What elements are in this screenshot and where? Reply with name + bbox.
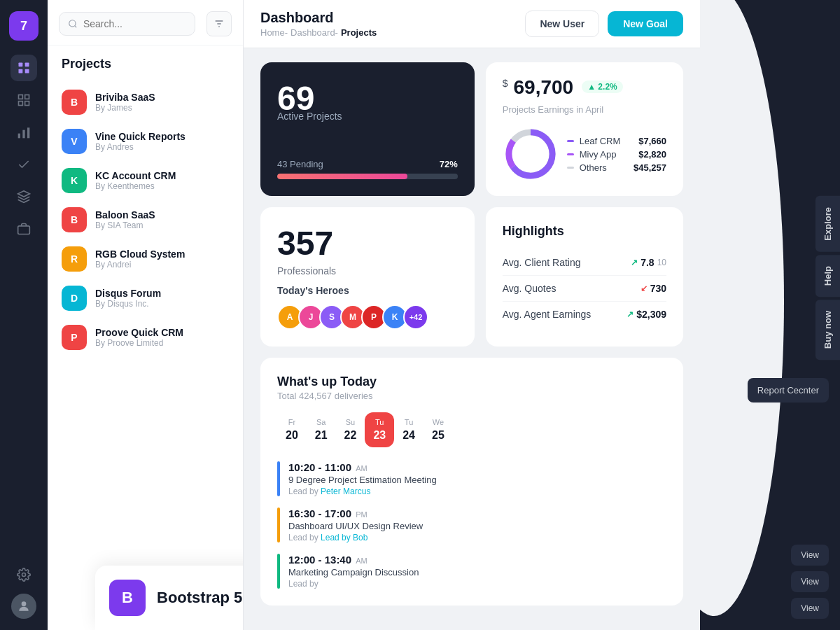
project-item[interactable]: V Vine Quick Reports By Andres <box>56 122 234 161</box>
calendar-day[interactable]: Tu 24 <box>394 412 424 447</box>
user-avatar[interactable] <box>11 594 36 619</box>
svg-point-14 <box>22 601 27 606</box>
event-name: 9 Degree Project Estimation Meeting <box>288 475 666 485</box>
new-goal-button[interactable]: New Goal <box>608 11 683 36</box>
day-num: 20 <box>286 429 298 442</box>
svg-rect-9 <box>22 130 24 139</box>
calendar-day[interactable]: Su 22 <box>336 412 365 447</box>
highlight-label: Avg. Quotes <box>503 283 556 294</box>
whatsup-subtitle: Total 424,567 deliveries <box>277 391 666 401</box>
view-button-2[interactable]: View <box>791 571 829 592</box>
event-name: Dashboard UI/UX Design Review <box>288 521 666 531</box>
project-item[interactable]: B Baloon SaaS By SIA Team <box>56 200 234 239</box>
sidebar-search-area <box>48 0 243 46</box>
project-name: Proove Quick CRM <box>95 327 183 338</box>
calendar-day[interactable]: Sa 21 <box>307 412 336 447</box>
day-num: 22 <box>344 429 357 442</box>
day-name: Tu <box>405 418 413 426</box>
help-tab[interactable]: Help <box>816 255 840 297</box>
highlights-rows: Avg. Client Rating ↗ 7.8 10 Avg. Quotes … <box>503 250 666 327</box>
calendar-day[interactable]: Tu 23 <box>365 412 394 447</box>
project-info: Vine Quick Reports By Andres <box>95 131 186 152</box>
event-item: 10:20 - 11:00 AM 9 Degree Project Estima… <box>277 461 666 496</box>
project-by: By James <box>95 103 155 113</box>
project-item[interactable]: P Proove Quick CRM By Proove Limited <box>56 318 234 357</box>
project-icon: D <box>62 286 87 311</box>
search-icon <box>68 18 78 29</box>
event-time: 16:30 - 17:00 PM <box>288 507 666 519</box>
sidebar-title: Projects <box>48 46 243 77</box>
nav-layers-icon[interactable] <box>10 183 37 210</box>
right-panel: Explore Help Buy now Report Cecnter View… <box>700 0 840 630</box>
explore-tab[interactable]: Explore <box>816 196 840 252</box>
card-professionals: 357 Professionals Today's Heroes AJSMPK+… <box>260 207 475 346</box>
event-lead-link[interactable]: Lead by Bob <box>321 533 368 542</box>
highlight-value: ↗ $2,309 <box>626 309 666 320</box>
project-info: Proove Quick CRM By Proove Limited <box>95 327 183 348</box>
svg-rect-3 <box>25 69 29 74</box>
progress-pct: 72% <box>440 159 458 169</box>
svg-line-16 <box>75 26 77 28</box>
highlight-value: ↙ 730 <box>640 283 666 294</box>
nav-chart-icon[interactable] <box>10 119 37 146</box>
right-side-tabs: Explore Help Buy now <box>816 196 840 360</box>
project-icon: B <box>62 90 87 115</box>
day-num: 24 <box>402 429 415 442</box>
svg-marker-11 <box>18 191 30 197</box>
buy-now-tab[interactable]: Buy now <box>816 300 840 360</box>
nav-dashboard-icon[interactable] <box>10 55 37 81</box>
search-box <box>59 12 195 36</box>
topbar: Dashboard Home- Dashboard- Projects New … <box>244 0 700 48</box>
project-item[interactable]: K KC Account CRM By Keenthemes <box>56 161 234 200</box>
event-lead: Lead by <box>288 579 666 589</box>
nav-grid-icon[interactable] <box>10 87 37 113</box>
calendar-day[interactable]: Fr 20 <box>277 412 307 447</box>
project-name: Disqus Forum <box>95 288 161 299</box>
earnings-legend: Leaf CRM Mivy App Others <box>567 136 625 173</box>
bootstrap-card[interactable]: B Bootstrap 5 <box>95 566 244 630</box>
project-by: By Andrei <box>95 260 185 270</box>
new-user-button[interactable]: New User <box>525 10 599 37</box>
card-whatsup: What's up Today Total 424,567 deliveries… <box>260 358 683 606</box>
svg-rect-6 <box>19 102 23 106</box>
view-button-3[interactable]: View <box>791 598 829 619</box>
nav-check-icon[interactable] <box>10 151 37 178</box>
project-item[interactable]: B Briviba SaaS By James <box>56 83 234 122</box>
calendar-row: Fr 20 Sa 21 Su 22 Tu 23 Tu 24 We 25 <box>277 412 666 447</box>
content-area: 69 Active Projects 43 Pending 72% <box>244 48 700 630</box>
bootstrap-label: Bootstrap 5 <box>157 589 242 607</box>
event-lead: Lead by Peter Marcus <box>288 486 666 496</box>
search-input[interactable] <box>83 18 186 29</box>
far-nav: 7 <box>0 0 48 630</box>
card-highlights: Highlights Avg. Client Rating ↗ 7.8 10 A… <box>486 207 683 346</box>
project-item[interactable]: R RGB Cloud System By Andrei <box>56 239 234 279</box>
project-by: By Disqus Inc. <box>95 299 161 309</box>
svg-point-13 <box>22 573 26 577</box>
calendar-day[interactable]: We 25 <box>424 412 453 447</box>
page-title: Dashboard <box>260 10 377 26</box>
events-list: 10:20 - 11:00 AM 9 Degree Project Estima… <box>277 461 666 589</box>
day-num: 25 <box>432 429 444 442</box>
sidebar: Projects B Briviba SaaS By James V Vine … <box>48 0 244 630</box>
project-by: By Keenthemes <box>95 181 176 191</box>
report-center-button[interactable]: Report Cecnter <box>748 378 829 402</box>
nav-settings-icon[interactable] <box>10 561 37 588</box>
project-by: By Proove Limited <box>95 338 183 348</box>
project-item[interactable]: D Disqus Forum By Disqus Inc. <box>56 279 234 318</box>
event-bar <box>277 461 280 496</box>
event-item: 12:00 - 13:40 AM Marketing Campaign Disc… <box>277 554 666 589</box>
svg-rect-4 <box>19 95 23 99</box>
avatars-row: AJSMPK+42 <box>277 304 458 330</box>
highlight-row: Avg. Agent Earnings ↗ $2,309 <box>503 302 666 327</box>
nav-briefcase-icon[interactable] <box>10 216 37 242</box>
event-info: 10:20 - 11:00 AM 9 Degree Project Estima… <box>288 461 666 496</box>
filter-button[interactable] <box>206 11 232 36</box>
event-info: 12:00 - 13:40 AM Marketing Campaign Disc… <box>288 554 666 589</box>
view-button-1[interactable]: View <box>791 545 829 566</box>
day-name: Sa <box>316 418 326 426</box>
highlight-label: Avg. Agent Earnings <box>503 309 592 320</box>
project-name: KC Account CRM <box>95 170 176 181</box>
user-badge[interactable]: 7 <box>9 11 38 41</box>
svg-rect-2 <box>19 69 23 74</box>
event-lead-link[interactable]: Peter Marcus <box>321 486 370 496</box>
